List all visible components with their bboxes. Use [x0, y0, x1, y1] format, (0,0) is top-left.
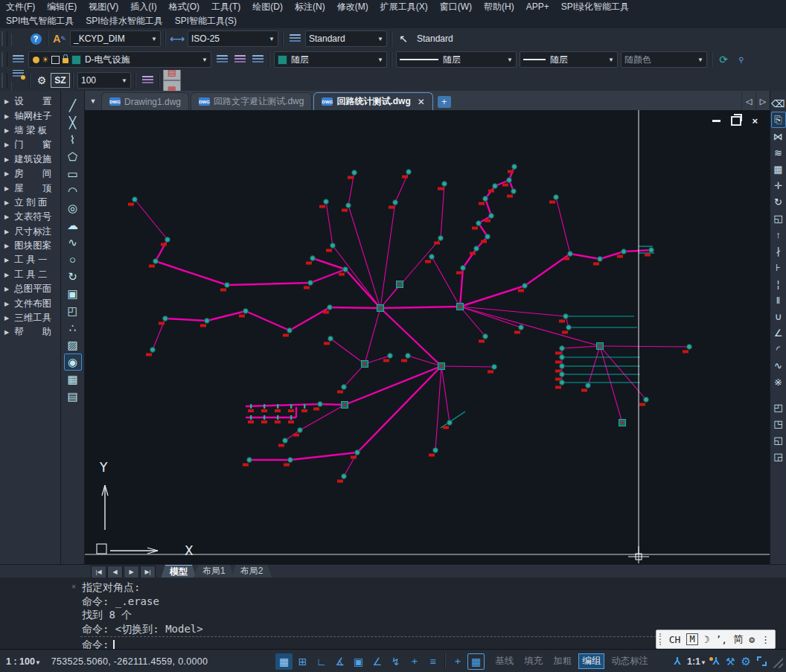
device-node[interactable] [318, 402, 323, 407]
device-node[interactable] [563, 314, 569, 319]
palette-item[interactable]: ▶工 具 二 [0, 268, 60, 282]
node-label[interactable] [239, 315, 245, 318]
chamfer-icon[interactable]: ∠ [771, 324, 786, 341]
mleader-style-select[interactable]: Standard [414, 31, 482, 46]
menu-item[interactable]: 格式(O) [163, 0, 205, 14]
palette-item[interactable]: ▶总图平面 [0, 282, 60, 296]
palette-item[interactable]: ▶轴网柱子 [0, 109, 60, 123]
ime-mode-button[interactable]: M [686, 633, 697, 645]
device-node[interactable] [489, 214, 494, 219]
node-label[interactable] [324, 342, 330, 345]
circuit-edge[interactable] [330, 307, 380, 308]
polyline-icon[interactable]: ⌇ [64, 131, 82, 148]
toggle-基线[interactable]: 基线 [491, 653, 517, 669]
node-label[interactable] [128, 203, 134, 206]
circuit-edge[interactable] [326, 202, 333, 246]
palette-item[interactable]: ▶尺寸标注 [0, 225, 60, 239]
bus-tap-node[interactable] [277, 404, 278, 409]
ucs-origin-box[interactable] [97, 544, 106, 554]
revision-icon[interactable]: ↻ [64, 268, 82, 285]
device-node[interactable] [566, 325, 572, 330]
table-icon[interactable]: ▦ [64, 371, 82, 388]
menu-item[interactable]: 插入(I) [124, 0, 162, 14]
device-node[interactable] [447, 420, 453, 426]
menu-item[interactable]: SPI电气智能工具 [0, 14, 80, 28]
layer-match-icon[interactable] [231, 51, 249, 68]
layer-states-icon[interactable] [138, 72, 156, 89]
palette-item[interactable]: ▶屋 顶 [0, 181, 60, 195]
layout-tab[interactable]: 布局2 [231, 565, 272, 577]
menu-item[interactable]: SPI智能工具(S) [169, 14, 243, 28]
bus-tap-node[interactable] [304, 404, 305, 409]
device-node[interactable] [511, 189, 517, 194]
dim-style-icon[interactable]: ⟷ [168, 31, 186, 47]
new-tab-button[interactable]: + [438, 96, 451, 108]
rotate-icon[interactable]: ↻ [771, 193, 786, 210]
node-label[interactable] [278, 444, 284, 447]
ime-settings-gear-icon[interactable]: ⚙ [749, 634, 755, 645]
node-label[interactable] [581, 389, 587, 392]
palette-item[interactable]: ▶文件布图 [0, 296, 60, 310]
device-node[interactable] [388, 353, 393, 359]
toggle-加粗[interactable]: 加粗 [549, 653, 575, 669]
node-label[interactable] [470, 252, 476, 255]
otrack-icon[interactable]: ∠ [368, 653, 386, 670]
device-node[interactable] [346, 203, 351, 208]
polar-icon[interactable]: ∡ [331, 653, 348, 670]
device-node[interactable] [342, 474, 347, 479]
node-label[interactable] [562, 331, 568, 334]
hatch-icon[interactable]: ▨ [64, 336, 82, 353]
circuit-edge[interactable] [357, 366, 441, 452]
node-label[interactable] [293, 434, 299, 437]
node-label[interactable] [306, 262, 312, 265]
device-node[interactable] [283, 438, 288, 444]
command-window[interactable]: ✕ 指定对角点:命令: _.erase找到 8 个命令: <切换到: Model… [0, 577, 786, 649]
device-node[interactable] [568, 252, 573, 257]
circuit-edge[interactable] [441, 366, 450, 423]
box-label[interactable] [441, 365, 443, 368]
circuit-edge[interactable] [562, 346, 600, 348]
snap-icon[interactable]: ⊞ [294, 653, 311, 670]
node-label[interactable] [645, 254, 651, 257]
node-label[interactable] [159, 322, 164, 325]
palette-item[interactable]: ▶门 窗 [0, 138, 60, 152]
array-icon[interactable]: ▦ [771, 161, 786, 177]
workspace-tools-icon[interactable]: ⚒ [726, 656, 735, 668]
node-label[interactable] [337, 480, 343, 483]
break-point-icon[interactable]: ¦ [771, 275, 786, 292]
lineweight-select[interactable]: 随层▼ [520, 51, 618, 68]
device-node[interactable] [560, 346, 565, 351]
minimize-icon[interactable] [712, 120, 720, 122]
tap-label[interactable] [248, 409, 254, 412]
node-label[interactable] [639, 403, 645, 406]
node-label[interactable] [348, 176, 354, 179]
document-tab[interactable]: DWG回路文字避让测试.dwg [191, 92, 312, 110]
ime-more-icon[interactable]: ⋮ [761, 634, 770, 645]
node-label[interactable] [507, 195, 513, 198]
lineweight-icon[interactable]: ＋ [406, 653, 423, 670]
blend-icon[interactable]: ∿ [771, 357, 786, 374]
color-select[interactable]: 随层▼ [274, 51, 387, 68]
layout-nav-button[interactable]: ▶ [124, 566, 139, 578]
tap-label[interactable] [248, 420, 254, 423]
circuit-edge[interactable] [330, 339, 365, 364]
circuit-edge[interactable] [348, 205, 380, 308]
circuit-edge[interactable] [460, 286, 525, 307]
circuit-edge[interactable] [463, 249, 476, 268]
device-node[interactable] [132, 197, 138, 202]
bus-tap-node[interactable] [290, 415, 292, 420]
annotation-visibility-icon[interactable]: Y [712, 655, 720, 668]
dim-style-select[interactable]: ISO-25▼ [188, 31, 278, 47]
node-label[interactable] [304, 287, 310, 289]
node-label[interactable] [342, 209, 348, 212]
node-label[interactable] [402, 176, 408, 179]
menu-item[interactable]: 工具(T) [205, 0, 246, 14]
menu-item[interactable]: SPI给排水智能工具 [80, 14, 168, 28]
circuit-edge[interactable] [300, 405, 345, 430]
palette-item[interactable]: ▶房 间 [0, 167, 60, 181]
bus-tap-node[interactable] [263, 415, 265, 420]
bus-tap-node[interactable] [263, 404, 265, 409]
circuit-edge[interactable] [246, 404, 320, 406]
tab-close-icon[interactable]: ✕ [418, 97, 425, 107]
circuit-edge[interactable] [441, 366, 494, 367]
